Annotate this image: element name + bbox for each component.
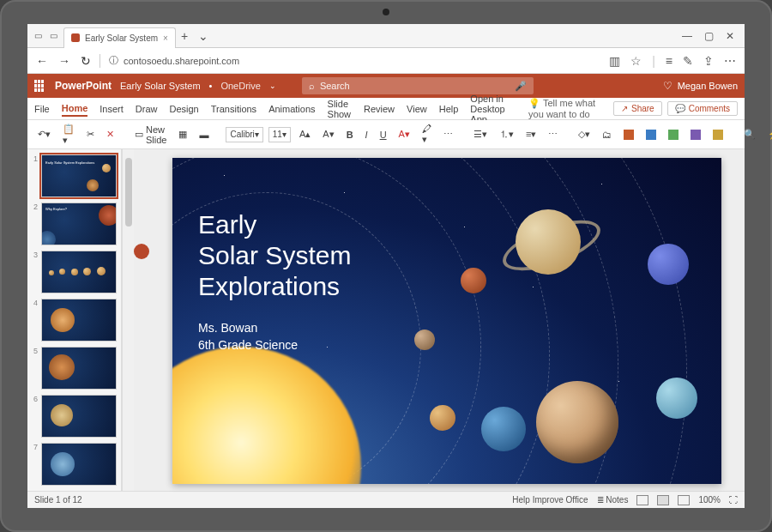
paste-button[interactable]: 📋▾: [59, 122, 78, 148]
bold-button[interactable]: B: [343, 128, 357, 142]
notes-toggle[interactable]: ≣ Notes: [597, 495, 629, 505]
close-window-icon[interactable]: ✕: [726, 30, 734, 42]
search-icon: ⌕: [309, 81, 315, 91]
more-icon[interactable]: ⋯: [724, 54, 736, 68]
find-button[interactable]: 🔍: [740, 127, 759, 142]
notifications-icon[interactable]: ♡: [663, 80, 672, 92]
scrollbar-thumb[interactable]: [125, 158, 132, 227]
shapes-button[interactable]: ◇▾: [575, 127, 594, 142]
fit-to-window-button[interactable]: ⛶: [729, 495, 738, 505]
cut-button[interactable]: ✂: [83, 127, 98, 142]
planet-jupiter: [536, 381, 618, 463]
tab-design[interactable]: Design: [169, 102, 198, 116]
thumbnail-6[interactable]: [41, 395, 117, 438]
site-info-icon[interactable]: ⓘ: [109, 54, 118, 67]
tab-animations[interactable]: Animations: [268, 102, 315, 116]
minimize-icon[interactable]: —: [682, 30, 692, 42]
share-button[interactable]: ↗ Share: [613, 101, 662, 116]
planet-venus: [430, 405, 455, 431]
tabs-aside-icon[interactable]: ▭: [33, 31, 43, 41]
normal-view-button[interactable]: [636, 495, 648, 505]
new-tab-button[interactable]: +: [176, 29, 193, 43]
home-toolbar: ↶▾ 📋▾ ✂ ✕ ▭ New Slide ▦ ▬ Calibri▾ 11▾ A…: [27, 120, 745, 149]
more-para-button[interactable]: ⋯: [545, 127, 561, 142]
url-display[interactable]: ⓘ contosoedu.sharepoint.com: [109, 54, 239, 67]
underline-button[interactable]: U: [377, 128, 390, 142]
tab-help[interactable]: Help: [439, 102, 459, 116]
more-font-button[interactable]: ⋯: [440, 127, 456, 142]
thumbnails-scrollbar[interactable]: [122, 149, 134, 491]
refresh-icon[interactable]: ↻: [81, 54, 91, 68]
close-tab-icon[interactable]: ×: [163, 33, 168, 43]
layout-button[interactable]: ▦: [175, 127, 190, 142]
section-button[interactable]: ▬: [196, 128, 212, 142]
thumbnail-3[interactable]: [41, 251, 117, 293]
grow-font-button[interactable]: A▴: [296, 127, 314, 142]
sorter-view-button[interactable]: [657, 495, 669, 505]
highlight-button[interactable]: 🖍▾: [419, 122, 435, 147]
tab-home[interactable]: Home: [62, 101, 88, 117]
mic-icon[interactable]: 🎤: [515, 81, 527, 92]
outline-button[interactable]: [665, 128, 682, 142]
user-area[interactable]: ♡ Megan Bowen: [663, 80, 738, 92]
thumbnail-5[interactable]: [41, 347, 117, 390]
save-location[interactable]: OneDrive: [220, 81, 260, 91]
slide-canvas[interactable]: Early Solar System Explorations Ms. Bowa…: [172, 158, 721, 484]
tell-me[interactable]: 💡 Tell me what you want to do: [528, 96, 596, 121]
browser-tab[interactable]: Early Solar System ×: [63, 27, 176, 48]
align-button[interactable]: ≡▾: [522, 127, 540, 142]
maximize-icon[interactable]: ▢: [704, 30, 714, 42]
effects-button[interactable]: [687, 128, 704, 142]
back-icon[interactable]: ←: [36, 54, 48, 68]
undo-button[interactable]: ↶▾: [34, 127, 54, 142]
slide-subtitle[interactable]: Ms. Bowan 6th Grade Science: [198, 319, 298, 354]
slide-title[interactable]: Early Solar System Explorations: [198, 209, 351, 302]
favorite-icon[interactable]: ☆: [630, 54, 642, 68]
reading-view-button[interactable]: [678, 495, 690, 505]
window-set-aside-icons[interactable]: ▭ ▭: [27, 31, 63, 41]
designer-button[interactable]: ⚡: [764, 127, 772, 142]
thumbnail-2[interactable]: Why Explore?: [41, 203, 117, 245]
zoom-level[interactable]: 100%: [698, 495, 721, 505]
reading-view-icon[interactable]: ≡: [666, 54, 672, 68]
forward-icon[interactable]: →: [58, 54, 70, 68]
thumbnail-7[interactable]: [41, 443, 117, 486]
thumbnail-1[interactable]: Early Solar System Explorations: [41, 154, 117, 197]
tab-view[interactable]: View: [407, 102, 427, 116]
chevron-down-icon[interactable]: ⌄: [269, 82, 276, 90]
tabs-preview-icon[interactable]: ▭: [48, 31, 58, 41]
font-color-button[interactable]: A▾: [395, 127, 413, 142]
shrink-font-button[interactable]: A▾: [319, 127, 337, 142]
tab-insert[interactable]: Insert: [100, 102, 124, 116]
tab-file[interactable]: File: [34, 102, 50, 116]
help-improve-link[interactable]: Help Improve Office: [512, 495, 588, 505]
new-slide-button[interactable]: ▭ New Slide: [131, 123, 170, 147]
tab-transitions[interactable]: Transitions: [211, 102, 256, 116]
fill-button[interactable]: [642, 128, 660, 142]
share-page-icon[interactable]: ⇪: [703, 54, 714, 68]
slide-counter: Slide 1 of 12: [34, 495, 82, 505]
comments-button[interactable]: 💬 Comments: [667, 101, 738, 116]
font-select[interactable]: Calibri▾: [226, 127, 262, 142]
replace-button[interactable]: [709, 128, 727, 142]
document-name[interactable]: Early Solar System: [120, 81, 201, 91]
tab-draw[interactable]: Draw: [136, 102, 158, 116]
tab-actions-icon[interactable]: ⌄: [193, 29, 214, 43]
app-launcher-icon[interactable]: [34, 80, 46, 92]
tab-slideshow[interactable]: Slide Show: [328, 97, 352, 121]
thumbnail-4[interactable]: [41, 299, 117, 342]
numbering-button[interactable]: ⒈▾: [496, 126, 517, 142]
bullets-button[interactable]: ☰▾: [470, 127, 491, 142]
user-name: Megan Bowen: [678, 81, 738, 91]
tablet-bezel: ▭ ▭ Early Solar System × + ⌄ — ▢ ✕ ← → ↻: [0, 0, 772, 532]
arrange-button[interactable]: 🗂: [599, 128, 615, 142]
styles-button[interactable]: [620, 128, 637, 142]
notes-icon[interactable]: ✎: [683, 54, 693, 68]
search-input[interactable]: [320, 81, 510, 91]
delete-button[interactable]: ✕: [103, 127, 118, 142]
tab-review[interactable]: Review: [364, 102, 395, 116]
reading-list-icon[interactable]: ▥: [609, 54, 620, 68]
font-size-select[interactable]: 11▾: [268, 127, 291, 142]
italic-button[interactable]: I: [362, 128, 371, 142]
planet-neptune: [648, 244, 689, 285]
